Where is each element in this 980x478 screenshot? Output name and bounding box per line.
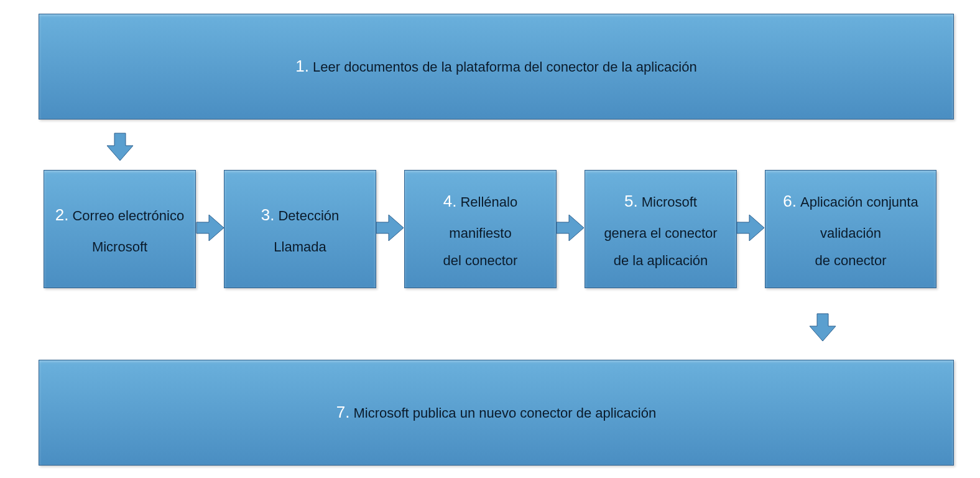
step-6-number: 6. <box>783 184 797 219</box>
step-6-line3: de conector <box>815 247 887 274</box>
step-2-box: 2. Correo electrónico Microsoft <box>44 170 196 288</box>
step-4-line2: manifiesto <box>449 220 511 247</box>
step-7-number: 7. <box>336 395 350 430</box>
arrow-down-icon <box>106 132 134 162</box>
step-4-line1: Rellénalo <box>460 187 517 217</box>
arrow-down-icon <box>808 312 837 342</box>
step-5-box: 5. Microsoft genera el conector de la ap… <box>585 170 737 288</box>
step-5-row1: 5. Microsoft <box>624 184 697 219</box>
step-2-number: 2. <box>55 197 69 233</box>
arrow-right-icon <box>736 213 765 242</box>
step-1-number: 1. <box>295 49 309 84</box>
step-5-line2: genera el conector <box>604 220 717 247</box>
step-3-line1: Detección <box>278 201 339 231</box>
step-7-box: 7. Microsoft publica un nuevo conector d… <box>39 360 954 466</box>
step-4-number: 4. <box>443 184 457 219</box>
step-6-line1: Aplicación conjunta <box>800 187 918 217</box>
step-4-box: 4. Rellénalo manifiesto del conector <box>404 170 557 288</box>
step-5-number: 5. <box>624 184 638 219</box>
step-1-text: Leer documentos de la plataforma del con… <box>313 52 697 82</box>
arrow-right-icon <box>375 213 405 242</box>
step-4-row1: 4. Rellénalo <box>443 184 517 219</box>
step-3-row1: 3. Detección <box>261 197 340 233</box>
step-4-line3: del conector <box>443 247 518 274</box>
step-2-row1: 2. Correo electrónico <box>55 197 184 233</box>
step-5-line1: Microsoft <box>642 187 697 217</box>
step-2-line1: Correo electrónico <box>72 201 184 231</box>
step-1-box: 1. Leer documentos de la plataforma del … <box>39 14 954 120</box>
step-3-line2: Llamada <box>274 233 326 261</box>
step-6-line2: validación <box>820 220 881 247</box>
step-7-label: 7. Microsoft publica un nuevo conector d… <box>336 395 656 430</box>
step-3-number: 3. <box>261 197 275 233</box>
arrow-right-icon <box>555 213 585 242</box>
arrow-right-icon <box>195 213 225 242</box>
step-5-line3: de la aplicación <box>614 247 708 274</box>
step-3-box: 3. Detección Llamada <box>224 170 376 288</box>
step-2-line2: Microsoft <box>92 233 147 261</box>
step-6-box: 6. Aplicación conjunta validación de con… <box>765 170 936 288</box>
step-1-label: 1. Leer documentos de la plataforma del … <box>295 49 696 84</box>
step-7-text: Microsoft publica un nuevo conector de a… <box>353 398 656 428</box>
step-6-row1: 6. Aplicación conjunta <box>783 184 918 219</box>
